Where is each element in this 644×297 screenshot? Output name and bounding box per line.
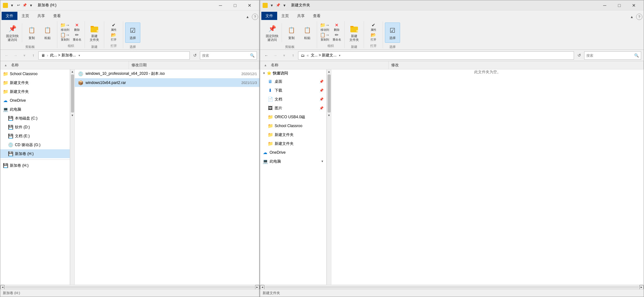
nav-item-drive-h[interactable]: 💾 新加卷 (H:)	[0, 149, 70, 158]
nav-quickaccess-header[interactable]: ▼ ⭐ 快速访问	[260, 69, 326, 77]
btn-select-right[interactable]: ☑ 选择	[385, 23, 400, 43]
btn-properties-right[interactable]: ✔ 属性	[368, 23, 379, 32]
tab-view-left[interactable]: 查看	[49, 12, 65, 20]
help-btn-right[interactable]: ?	[636, 14, 642, 20]
btn-copy-left[interactable]: 📋 复制	[24, 23, 39, 43]
nav-item-pictures[interactable]: 🖼 图片 📌	[260, 104, 326, 113]
close-btn-right[interactable]: ✕	[627, 0, 641, 10]
collapse-ribbon-right[interactable]: ▲	[629, 14, 635, 19]
nav-item-school[interactable]: 📁 School Classroo	[0, 69, 70, 78]
tab-home-right[interactable]: 主页	[277, 12, 293, 20]
col-name-left[interactable]: 名称	[9, 61, 129, 69]
col-date-left[interactable]: 修改日期	[129, 61, 259, 69]
help-btn-left[interactable]: ?	[252, 14, 258, 20]
refresh-btn-left[interactable]: ↺	[191, 52, 199, 59]
nav-item-new4[interactable]: 📁 新建文件夹	[260, 139, 326, 148]
nav-item-drive-d[interactable]: 💾 软件 (D:)	[0, 123, 70, 132]
btn-rename-right[interactable]: ✏ 重命名	[331, 32, 342, 42]
back-btn-right[interactable]: ←	[263, 52, 270, 59]
nav-scrollbar-right[interactable]: ▲ ▼	[327, 69, 331, 285]
file-item-iso[interactable]: 💿 windows_10_professional_x64_2020 - 副本.…	[75, 69, 259, 78]
back-btn-left[interactable]: ←	[3, 52, 10, 59]
tab-file-left[interactable]: 文件	[2, 12, 17, 20]
btn-paste-left[interactable]: 📋 粘贴	[40, 23, 55, 43]
nav-item-new1[interactable]: 📁 新建文件夹	[0, 78, 70, 87]
dropdown-btn-left[interactable]: ▾	[21, 52, 28, 59]
col-name-right[interactable]: 名称	[268, 61, 389, 69]
forward-btn-left[interactable]: →	[12, 52, 19, 59]
nav-item-documents[interactable]: 📄 文档 📌	[260, 95, 326, 104]
scroll-thumb-nav-left[interactable]	[71, 74, 74, 113]
address-box-left[interactable]: 🖥 › 此... > 新加卷... ▾	[38, 51, 190, 60]
refresh-btn-right[interactable]: ↺	[575, 52, 583, 59]
search-box-right[interactable]: 🔍	[584, 51, 641, 60]
search-input-left[interactable]	[202, 54, 249, 57]
collapse-ribbon-left[interactable]: ▲	[245, 14, 251, 19]
scroll-left-btn[interactable]: ◄	[0, 285, 5, 289]
up-btn-right[interactable]: ↑	[289, 52, 297, 59]
scroll-up-nav-right[interactable]: ▲	[327, 69, 331, 74]
nav-item-desktop[interactable]: 🖥 桌面 📌	[260, 77, 326, 86]
qat-dropdown-btn-right[interactable]: ▼	[282, 3, 287, 8]
tab-view-right[interactable]: 查看	[309, 12, 325, 20]
qat-pin-btn-right[interactable]: 📌	[275, 3, 281, 8]
tab-file-right[interactable]: 文件	[261, 12, 277, 20]
scroll-right-btn[interactable]: ►	[255, 285, 259, 289]
btn-delete[interactable]: ✕ 删除	[71, 23, 83, 32]
btn-select-left[interactable]: ☑ 选择	[125, 23, 140, 43]
btn-new-folder-right[interactable]: + 新建文件夹	[347, 23, 362, 43]
dropdown-btn-right[interactable]: ▾	[280, 52, 288, 59]
forward-btn-right[interactable]: →	[271, 52, 279, 59]
address-box-right[interactable]: 🗂 « 文... > 新建文... ▾	[298, 51, 574, 60]
tab-home-left[interactable]: 主页	[17, 12, 33, 20]
btn-copy-to[interactable]: 📋→ 复制到	[59, 32, 71, 42]
maximize-btn-right[interactable]: □	[612, 0, 627, 10]
scrollbar-h-left[interactable]: ◄ ►	[0, 285, 259, 289]
address-dropdown-left[interactable]: ▾	[79, 54, 80, 57]
nav-item-school2[interactable]: 📁 School Classroo	[260, 121, 326, 130]
qat-dropdown-btn[interactable]: ▼	[28, 3, 34, 8]
nav-item-thispc2[interactable]: 💻 此电脑 ▼	[260, 157, 326, 166]
scrollbar-h-right[interactable]: ◄ ►	[260, 285, 644, 289]
btn-move-to-right[interactable]: 📁→ 移动到	[319, 23, 330, 32]
search-box-left[interactable]: 🔍	[200, 51, 257, 60]
nav-item-new2[interactable]: 📁 新建文件夹	[0, 87, 70, 96]
scroll-down-nav-right[interactable]: ▼	[327, 113, 331, 118]
nav-item-drive-e[interactable]: 💾 文档 (E:)	[0, 132, 70, 140]
nav-item-new3[interactable]: 📁 新建文件夹	[260, 130, 326, 139]
col-date-right[interactable]: 修改	[389, 61, 644, 69]
btn-open-file[interactable]: 📂 打开	[108, 32, 119, 42]
btn-open-file-right[interactable]: 📂 打开	[368, 32, 379, 42]
minimize-btn-right[interactable]: ─	[597, 0, 612, 10]
nav-item-onedrive2[interactable]: ☁ OneDrive	[260, 148, 326, 157]
nav-item-drive-c[interactable]: 💾 本地磁盘 (C:)	[0, 114, 70, 123]
close-btn-left[interactable]: ✕	[242, 0, 257, 10]
qat-pin-btn[interactable]: 📌	[22, 3, 28, 8]
search-input-right[interactable]	[586, 54, 633, 57]
scroll-down-nav-left[interactable]: ▼	[70, 113, 75, 118]
nav-item-thispc[interactable]: 💻 此电脑	[0, 105, 70, 114]
minimize-btn-left[interactable]: ─	[213, 0, 228, 10]
file-item-rar[interactable]: 📦 windows10x64.part2.rar 2021/11/3	[75, 78, 259, 87]
qat-undo-btn[interactable]: ↩	[16, 3, 21, 8]
btn-pin-left[interactable]: 📌 固定到快速访问	[5, 23, 20, 43]
btn-pin-right[interactable]: 📌 固定到快速访问	[265, 23, 280, 43]
tab-share-left[interactable]: 共享	[33, 12, 49, 20]
scroll-up-nav-left[interactable]: ▲	[70, 69, 75, 74]
btn-delete-right[interactable]: ✕ 删除	[331, 23, 342, 32]
nav-scrollbar-left[interactable]: ▲ ▼	[70, 69, 74, 285]
nav-item-orico[interactable]: 📁 ORICO USB4.0磁	[260, 113, 326, 121]
scroll-left-btn-right[interactable]: ◄	[260, 285, 265, 289]
scroll-thumb-nav-right[interactable]	[328, 74, 331, 113]
qat-customize-btn-right[interactable]: ▼	[269, 3, 275, 8]
address-dropdown-right[interactable]: ▾	[339, 54, 341, 57]
maximize-btn-left[interactable]: □	[228, 0, 242, 10]
nav-item-drive-g[interactable]: 💿 CD 驱动器 (G:)	[0, 140, 70, 149]
nav-item-onedrive[interactable]: ☁ OneDrive	[0, 96, 70, 105]
up-btn-left[interactable]: ↑	[29, 52, 37, 59]
scroll-right-btn-right[interactable]: ►	[639, 285, 644, 289]
btn-paste-right[interactable]: 📋 粘贴	[300, 23, 315, 43]
btn-copy-to-right[interactable]: 📋→ 复制到	[319, 32, 330, 42]
btn-rename[interactable]: ✏ 重命名	[71, 32, 83, 42]
nav-item-newvol[interactable]: 💾 新加卷 (H:)	[0, 161, 70, 170]
